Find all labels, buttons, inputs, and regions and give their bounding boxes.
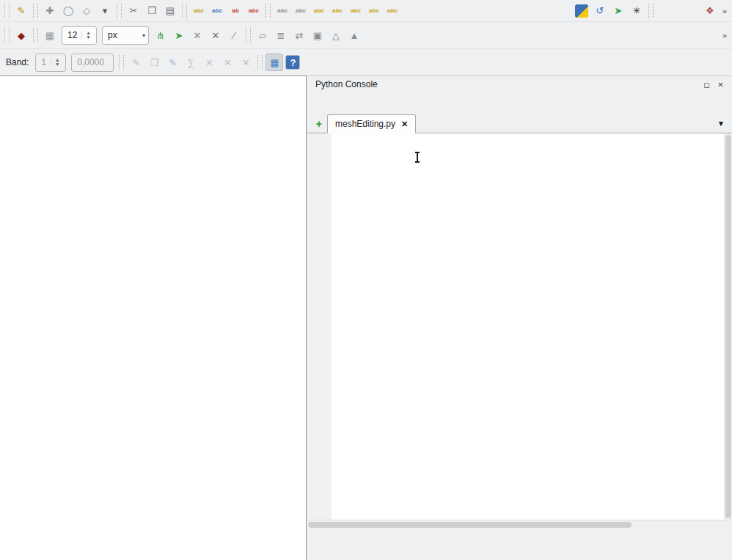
map-canvas[interactable]	[0, 75, 307, 560]
move-diagram-icon[interactable]: abc	[329, 2, 346, 20]
cut-features-icon[interactable]: ✂	[125, 2, 142, 20]
code-area[interactable]	[332, 133, 724, 520]
change-label-properties-icon[interactable]: abc	[310, 2, 328, 20]
toolbar-handle[interactable]	[182, 4, 187, 18]
layer-diagram-icon[interactable]: abc	[208, 2, 226, 20]
show-hide-labels-icon[interactable]: abc	[347, 2, 365, 20]
digitize-mesh-elements-icon[interactable]: ⋔	[152, 26, 169, 44]
editor-tab-label: meshEditing.py	[335, 119, 395, 129]
toolbar2-overflow-icon[interactable]: »	[722, 31, 727, 40]
layer-labeling-text: abc	[194, 7, 204, 14]
rotate-label-icon[interactable]: abc	[292, 2, 310, 20]
toolbar-handle[interactable]	[119, 55, 124, 70]
digitize-menu-icon[interactable]: ▾	[96, 2, 114, 20]
band-spin[interactable]: 1▲▼	[35, 54, 66, 72]
mesh-digitizing-toolbar: ◆▦12▲▼px▾⋔➤✕✕∕▱≣⇄▣△▲»	[0, 22, 732, 49]
plugin-manager-icon[interactable]: ✳	[628, 2, 645, 20]
toggle-editing-icon[interactable]: ✎	[12, 2, 30, 20]
move-diagram-text: abc	[332, 7, 343, 14]
radius-units-combo-value: px	[108, 30, 136, 40]
code-editor[interactable]	[307, 133, 732, 520]
curved-labels-text: abc	[369, 7, 379, 14]
band-label: Band:	[6, 57, 29, 67]
layer-labeling-icon[interactable]: abc	[190, 2, 208, 20]
toolbar-handle[interactable]	[648, 4, 654, 18]
panel-title: Python Console	[315, 79, 698, 89]
panel-gap	[307, 529, 732, 538]
split-selected-faces-icon[interactable]: ∕	[225, 26, 243, 44]
remove-selected-faces-icon[interactable]: ✕	[207, 26, 224, 44]
float-panel-icon[interactable]: ◻	[701, 79, 712, 90]
toolbar-handle[interactable]	[4, 4, 10, 18]
delaunay-refinement-icon[interactable]: ▲	[345, 26, 363, 44]
undo-redo-menu-icon[interactable]: ↺	[591, 2, 609, 20]
move-label-icon[interactable]: abc	[274, 2, 291, 20]
search-radius-spin[interactable]: 12▲▼	[62, 26, 97, 45]
copy-values-disabled-icon[interactable]: ❐	[145, 54, 163, 71]
toolbar-handle[interactable]	[117, 4, 122, 18]
edit-vertex-disabled-icon[interactable]: ✎	[127, 54, 144, 71]
toggle-mesh-view-icon[interactable]: ▦	[266, 54, 283, 71]
new-editor-button[interactable]: +	[311, 115, 327, 131]
edit-value-blue-icon[interactable]: ✎	[164, 54, 181, 71]
transform-vertices-icon[interactable]: ▱	[254, 26, 271, 44]
radius-units-combo[interactable]: px▾	[102, 26, 149, 45]
label-menu-text: abc	[387, 7, 398, 14]
force-by-lines-icon[interactable]: ▦	[41, 26, 59, 44]
toolbar-handle[interactable]	[246, 28, 251, 43]
select-mesh-by-polygon-icon[interactable]: ➤	[170, 26, 188, 44]
vertical-scrollbar-thumb[interactable]	[725, 135, 731, 518]
help-icon[interactable]: ?	[285, 55, 300, 70]
pin-unpin-labels-icon[interactable]: ab	[227, 2, 244, 20]
toolbar1-overflow-icon[interactable]: »	[722, 7, 727, 15]
label-menu-icon[interactable]: abc	[384, 2, 401, 20]
line-number-gutter	[307, 133, 332, 520]
mouse-text-cursor	[417, 152, 418, 162]
merge-faces-icon[interactable]: ▣	[309, 26, 326, 44]
toolbar-handle[interactable]	[257, 55, 263, 70]
main-area: Python Console ◻ ✕ + meshEditing.py ✕ ▼	[0, 75, 732, 560]
horizontal-scrollbar-thumb[interactable]	[308, 522, 632, 528]
search-radius-spin-value: 12	[67, 30, 77, 40]
remove-selected-vertices-icon[interactable]: ✕	[189, 26, 206, 44]
mesh-digitizing-current-icon[interactable]: ◆	[12, 26, 30, 44]
editor-tabbar: + meshEditing.py ✕ ▼	[307, 113, 732, 133]
processing-run-icon[interactable]: ➤	[610, 2, 627, 20]
editor-options-icon[interactable]: ▼	[717, 119, 725, 128]
band-spin-value: 1	[41, 57, 46, 67]
close-panel-icon[interactable]: ✕	[715, 79, 726, 90]
panel-titlebar: Python Console ◻ ✕	[307, 76, 732, 92]
add-circular-string-icon[interactable]: ◯	[59, 2, 77, 20]
vertex-tool-icon[interactable]: ◇	[78, 2, 95, 20]
clear-value-3-icon[interactable]: ✕	[237, 54, 255, 71]
vertical-scrollbar[interactable]	[724, 133, 732, 520]
refine-faces-icon[interactable]: △	[327, 26, 345, 44]
python-console-panel: Python Console ◻ ✕ + meshEditing.py ✕ ▼	[307, 75, 732, 560]
statistics-disabled-icon[interactable]: ∑	[182, 54, 200, 71]
curved-labels-icon[interactable]: abc	[365, 2, 383, 20]
toolbar-handle[interactable]	[33, 28, 38, 43]
change-label-properties-text: abc	[314, 7, 324, 14]
toolbar-handle[interactable]	[266, 4, 271, 18]
toolbar-handle[interactable]	[33, 4, 38, 18]
paste-features-icon[interactable]: ▤	[161, 2, 179, 20]
highlight-pinned-labels-icon[interactable]: abc	[245, 2, 263, 20]
flip-edges-icon[interactable]: ⇄	[290, 26, 308, 44]
add-feature-icon[interactable]: ✚	[41, 2, 59, 20]
band-spin-steppers[interactable]: ▲▼	[51, 58, 59, 67]
tab-close-icon[interactable]: ✕	[401, 119, 408, 129]
copy-features-icon[interactable]: ❐	[143, 2, 161, 20]
mesh-band-toolbar: Band:1▲▼0,0000✎❐✎∑✕✕✕▦?	[0, 49, 732, 75]
clear-value-1-icon[interactable]: ✕	[200, 54, 218, 71]
layer-diagram-text: abc	[212, 7, 222, 14]
horizontal-scrollbar[interactable]	[307, 520, 732, 529]
clear-value-2-icon[interactable]: ✕	[219, 54, 236, 71]
toolbar-handle[interactable]	[4, 28, 10, 43]
python-console-toolbar-icon[interactable]	[573, 2, 590, 20]
search-radius-spin-steppers[interactable]: ▲▼	[81, 31, 90, 40]
reindex-faces-icon[interactable]: ≣	[272, 26, 290, 44]
topology-nodes-icon[interactable]: ❖	[701, 2, 719, 20]
band-value-field[interactable]: 0,0000	[71, 54, 114, 72]
editor-tab[interactable]: meshEditing.py ✕	[327, 114, 416, 133]
show-hide-labels-text: abc	[351, 7, 361, 14]
